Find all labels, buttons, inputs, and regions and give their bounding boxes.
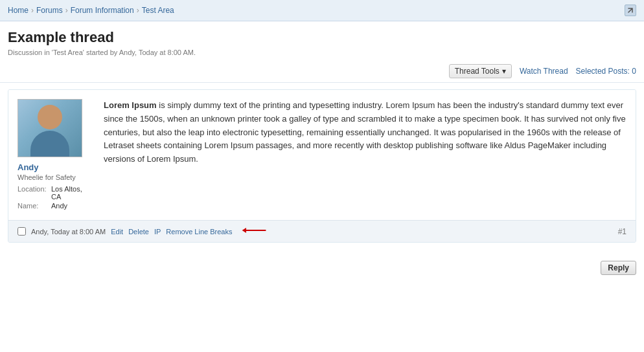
thread-toolbar: Thread Tools ▾ Watch Thread Selected Pos… — [0, 60, 644, 83]
breadcrumb-bar: Home › Forums › Forum Information › Test… — [0, 0, 644, 21]
chevron-down-icon: ▾ — [502, 67, 506, 76]
post-select-checkbox[interactable] — [17, 227, 26, 236]
thread-tools-label: Thread Tools — [455, 67, 500, 76]
post-inner: Andy Wheelie for Safety Location: Los Al… — [8, 90, 636, 220]
user-name-row: Name: Andy — [17, 202, 92, 210]
avatar-head — [38, 105, 62, 129]
ip-link[interactable]: IP — [154, 228, 161, 236]
location-value: Los Altos, CA — [51, 185, 92, 201]
post-number: #1 — [618, 227, 627, 236]
thread-title: Example thread — [8, 29, 636, 46]
breadcrumb-sep-3: › — [137, 6, 139, 15]
breadcrumb-sep-1: › — [31, 6, 34, 15]
selected-posts-count: 0 — [632, 67, 636, 76]
post-timestamp: Andy, Today at 8:00 AM — [31, 228, 106, 236]
watch-thread-link[interactable]: Watch Thread — [520, 67, 568, 76]
avatar — [17, 99, 82, 157]
post-footer-left: Andy, Today at 8:00 AM Edit Delete IP Re… — [17, 225, 267, 238]
remove-line-breaks-link[interactable]: Remove Line Breaks — [166, 228, 232, 236]
reply-button[interactable]: Reply — [601, 261, 636, 275]
avatar-body — [30, 131, 69, 157]
username[interactable]: Andy — [17, 162, 92, 172]
breadcrumb-forums[interactable]: Forums — [36, 6, 63, 15]
post-footer-right: #1 — [618, 227, 627, 236]
breadcrumb-home[interactable]: Home — [8, 6, 29, 15]
edit-link[interactable]: Edit — [111, 228, 123, 236]
external-link-icon[interactable] — [625, 5, 636, 16]
name-value: Andy — [51, 202, 67, 210]
thread-tools-button[interactable]: Thread Tools ▾ — [449, 64, 512, 78]
breadcrumb-test-area[interactable]: Test Area — [142, 6, 174, 15]
name-label: Name: — [17, 202, 51, 210]
selected-posts-label: Selected Posts: 0 — [576, 67, 636, 76]
arrow-annotation — [241, 225, 267, 238]
breadcrumb-sep-2: › — [65, 6, 68, 15]
location-label: Location: — [17, 185, 51, 201]
post-item: Andy Wheelie for Safety Location: Los Al… — [8, 89, 636, 243]
post-user-sidebar: Andy Wheelie for Safety Location: Los Al… — [17, 99, 92, 211]
posts-container: Andy Wheelie for Safety Location: Los Al… — [0, 83, 644, 257]
post-content: Lorem Ipsum is simply dummy text of the … — [104, 99, 627, 211]
breadcrumb-forum-information[interactable]: Forum Information — [71, 6, 134, 15]
avatar-image — [18, 100, 82, 157]
post-footer: Andy, Today at 8:00 AM Edit Delete IP Re… — [8, 220, 636, 242]
bottom-reply-area: Reply — [0, 257, 644, 281]
delete-link[interactable]: Delete — [128, 228, 149, 236]
user-location-row: Location: Los Altos, CA — [17, 185, 92, 201]
breadcrumb: Home › Forums › Forum Information › Test… — [8, 6, 174, 15]
thread-meta: Discussion in 'Test Area' started by And… — [8, 49, 636, 56]
svg-marker-1 — [242, 228, 246, 233]
user-title: Wheelie for Safety — [17, 173, 92, 181]
page-header: Example thread Discussion in 'Test Area'… — [0, 21, 644, 60]
